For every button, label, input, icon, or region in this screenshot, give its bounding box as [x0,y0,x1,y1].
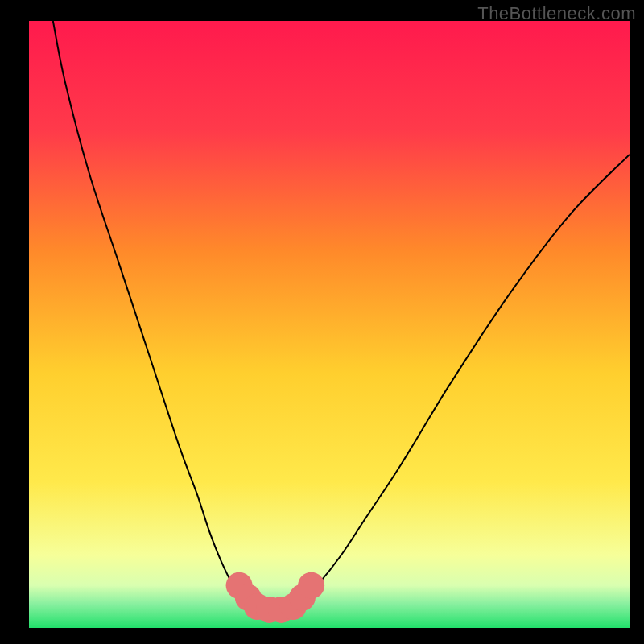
gradient-background [29,21,630,628]
plot-area [29,21,630,628]
chart-svg [29,21,630,628]
highlight-dot [298,572,324,599]
chart-frame: TheBottleneck.com [0,0,644,644]
watermark-text: TheBottleneck.com [477,3,636,24]
